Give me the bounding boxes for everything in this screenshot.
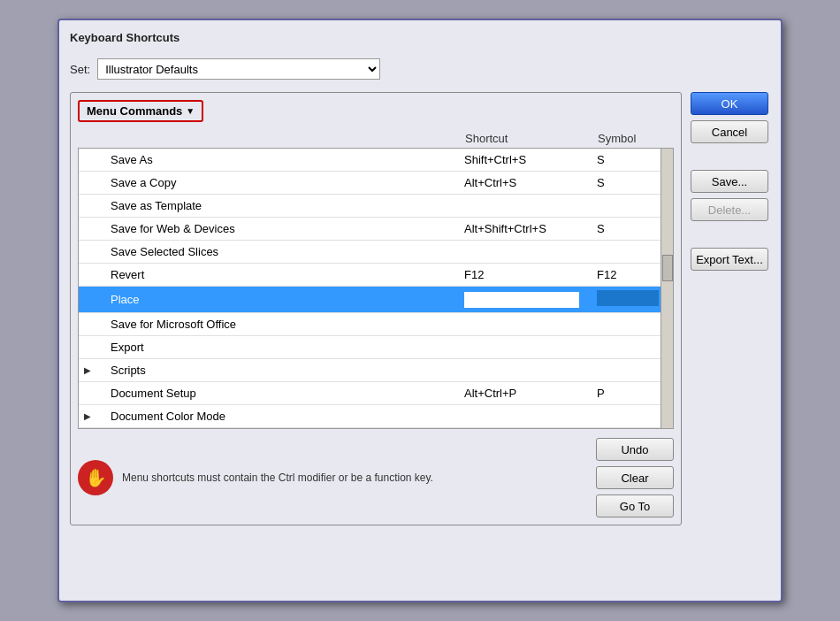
dialog-title: Keyboard Shortcuts	[70, 31, 770, 48]
row-shortcut: Alt+Shift+Ctrl+S	[464, 222, 597, 235]
row-shortcut: Alt+Ctrl+P	[464, 387, 597, 400]
row-shortcut-edit[interactable]	[464, 292, 597, 308]
menu-commands-button[interactable]: Menu Commands ▼	[78, 100, 203, 122]
row-symbol	[597, 290, 668, 309]
ok-button[interactable]: OK	[691, 92, 768, 115]
table-row[interactable]: Save for Web & Devices Alt+Shift+Ctrl+S …	[79, 218, 673, 241]
set-row: Set: Illustrator Defaults Custom	[70, 58, 770, 80]
row-name: Save Selected Slices	[111, 245, 464, 258]
row-shortcut: Alt+Ctrl+S	[464, 176, 597, 189]
keyboard-shortcuts-dialog: Keyboard Shortcuts Set: Illustrator Defa…	[57, 19, 783, 602]
table-scroll-area[interactable]: Save As Shift+Ctrl+S S Save a Copy Alt+C…	[79, 149, 673, 428]
row-name: Revert	[111, 268, 464, 281]
table-row[interactable]: Save As Shift+Ctrl+S S	[79, 149, 673, 172]
row-name: Document Color Mode	[111, 410, 464, 423]
row-symbol: S	[597, 222, 668, 235]
table-row[interactable]: Save Selected Slices	[79, 241, 673, 264]
shortcut-input[interactable]	[464, 292, 579, 308]
table-row[interactable]: Document Setup Alt+Ctrl+P P	[79, 382, 673, 405]
table-row[interactable]: ▶ Document Color Mode	[79, 405, 673, 428]
row-name: Save as Template	[111, 199, 464, 212]
row-indent: ▶	[84, 365, 111, 375]
table-row[interactable]: Save for Microsoft Office	[79, 313, 673, 336]
divider	[691, 154, 770, 159]
row-shortcut: Shift+Ctrl+S	[464, 153, 597, 166]
symbol-highlight	[597, 290, 659, 306]
row-name: Save As	[111, 153, 464, 166]
main-area: Menu Commands ▼ Shortcut Symbol Save As …	[70, 92, 770, 525]
save-button[interactable]: Save...	[691, 170, 768, 193]
row-symbol: S	[597, 153, 668, 166]
row-name: Save for Microsoft Office	[111, 318, 464, 331]
row-name: Save a Copy	[111, 176, 464, 189]
row-name: Document Setup	[111, 387, 464, 400]
warning-text: Menu shortcuts must contain the Ctrl mod…	[122, 472, 587, 484]
set-dropdown[interactable]: Illustrator Defaults Custom	[97, 58, 380, 80]
scrollbar-track[interactable]	[661, 149, 673, 428]
cancel-button[interactable]: Cancel	[691, 120, 768, 143]
warning-icon: ✋	[78, 460, 113, 495]
table-row[interactable]: ▶ Scripts	[79, 359, 673, 382]
goto-button[interactable]: Go To	[596, 494, 674, 518]
row-name: Export	[111, 341, 464, 354]
export-text-button[interactable]: Export Text...	[691, 248, 768, 271]
right-buttons: OK Cancel Save... Delete... Export Text.…	[691, 92, 770, 525]
row-name: Scripts	[111, 364, 464, 377]
set-label: Set:	[70, 63, 90, 76]
col-header-shortcut: Shortcut	[465, 132, 598, 145]
warning-area: ✋ Menu shortcuts must contain the Ctrl m…	[78, 438, 674, 518]
delete-button[interactable]: Delete...	[691, 198, 768, 221]
expand-arrow-icon[interactable]: ▶	[84, 411, 91, 421]
scrollbar-thumb[interactable]	[662, 255, 673, 281]
row-shortcut: F12	[464, 268, 597, 281]
table-row[interactable]: Save as Template	[79, 195, 673, 218]
table-row[interactable]: Export	[79, 336, 673, 359]
row-name: Save for Web & Devices	[111, 222, 464, 235]
col-header-symbol: Symbol	[598, 132, 668, 145]
undo-button[interactable]: Undo	[596, 438, 674, 461]
row-symbol: P	[597, 387, 668, 400]
row-symbol: S	[597, 176, 668, 189]
menu-commands-label: Menu Commands	[87, 104, 182, 118]
table-row-selected[interactable]: Place	[79, 287, 673, 313]
clear-button[interactable]: Clear	[596, 466, 674, 489]
left-panel: Menu Commands ▼ Shortcut Symbol Save As …	[70, 92, 682, 525]
divider	[691, 232, 770, 237]
row-name: Place	[111, 293, 464, 306]
table-row[interactable]: Save a Copy Alt+Ctrl+S S	[79, 172, 673, 195]
row-indent: ▶	[84, 411, 111, 421]
col-header-name	[110, 132, 465, 145]
menu-commands-arrow-icon: ▼	[186, 106, 195, 116]
row-symbol: F12	[597, 268, 668, 281]
bottom-buttons: Undo Clear Go To	[596, 438, 674, 518]
table-row[interactable]: Revert F12 F12	[79, 264, 673, 287]
table-header: Shortcut Symbol	[104, 129, 674, 148]
expand-arrow-icon[interactable]: ▶	[84, 365, 91, 375]
shortcuts-table: Save As Shift+Ctrl+S S Save a Copy Alt+C…	[78, 148, 674, 429]
